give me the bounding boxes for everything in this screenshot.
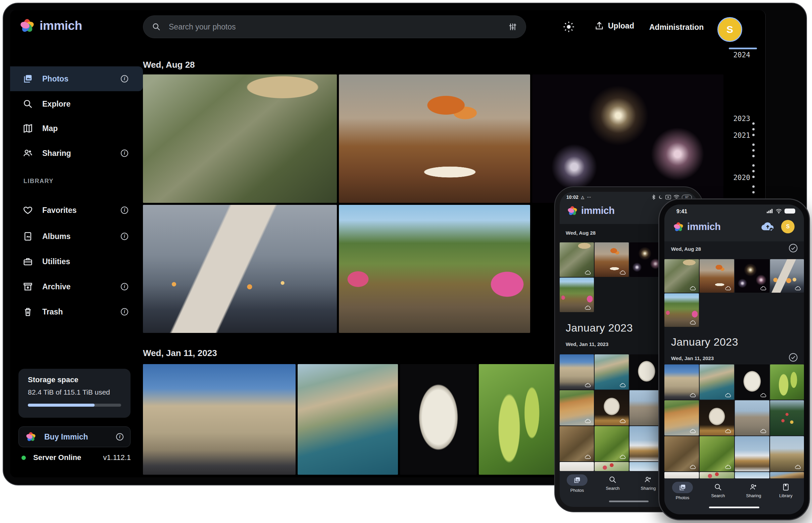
info-icon[interactable]: i — [121, 206, 128, 214]
photo-marble-bust[interactable] — [400, 364, 477, 475]
search-filter-sliders-icon[interactable] — [508, 22, 517, 31]
search-bar[interactable] — [143, 15, 526, 38]
phone2-logo-text: immich — [687, 221, 721, 232]
timeline-year[interactable]: 2023 — [723, 115, 750, 123]
nav-photos[interactable]: Photos — [667, 482, 698, 500]
sidebar-item-favorites[interactable]: Favorites i — [10, 198, 143, 222]
thumb-coast[interactable] — [594, 354, 629, 390]
app-logo[interactable]: immich — [19, 18, 82, 34]
thumb-dinner[interactable] — [699, 259, 734, 293]
timeline-year[interactable]: 2021 — [723, 131, 750, 140]
sidebar-item-photos[interactable]: Photos i — [10, 66, 143, 91]
nav-search[interactable]: Search — [597, 476, 629, 491]
info-icon[interactable]: i — [121, 75, 128, 83]
server-status-row: Server Online v1.112.1 — [21, 453, 131, 462]
sidebar-item-explore[interactable]: Explore — [10, 92, 143, 116]
thumb-dinner[interactable] — [594, 242, 629, 277]
timeline-position-indicator[interactable] — [729, 48, 757, 49]
search-icon — [714, 483, 722, 491]
people-icon — [749, 483, 758, 491]
photo-fireworks[interactable] — [532, 74, 723, 203]
thumb-partial[interactable] — [699, 472, 734, 479]
phone1-logo-text: immich — [581, 205, 615, 216]
thumb-cliff-beach[interactable] — [560, 390, 594, 426]
status-time: 9:41 — [676, 209, 687, 215]
photo-holding-hands[interactable] — [143, 205, 337, 333]
cloud-backup-icon — [795, 286, 801, 291]
thumb-partial[interactable] — [560, 462, 594, 471]
sidebar-item-archive[interactable]: Archive i — [10, 274, 143, 299]
nav-library[interactable]: Library — [770, 483, 802, 498]
select-all-check[interactable] — [789, 353, 798, 362]
theme-toggle-button[interactable] — [563, 21, 574, 33]
info-icon[interactable]: i — [121, 233, 128, 240]
home-indicator[interactable] — [609, 501, 649, 502]
backup-cloud-button[interactable] — [761, 221, 774, 231]
thumb-fireworks[interactable] — [735, 259, 770, 293]
nav-search[interactable]: Search — [702, 483, 734, 498]
user-avatar[interactable]: S — [781, 220, 795, 233]
cloud-backup-icon — [620, 270, 626, 275]
check-circle-icon — [789, 353, 798, 362]
sidebar-item-utilities[interactable]: Utilities — [10, 249, 143, 274]
administration-link[interactable]: Administration — [649, 23, 704, 32]
thumb-sculpture[interactable] — [699, 400, 734, 435]
upload-button[interactable]: Upload — [594, 21, 634, 31]
thumb-partial[interactable] — [770, 472, 804, 479]
sidebar-item-label: Explore — [42, 100, 70, 109]
thumb-lizard-moss[interactable] — [594, 426, 629, 461]
thumb-zoo[interactable] — [664, 259, 699, 293]
album-icon — [23, 231, 33, 241]
sidebar-item-sharing[interactable]: Sharing i — [10, 141, 143, 166]
nav-sharing[interactable]: Sharing — [738, 483, 770, 498]
thumb-coast[interactable] — [699, 364, 734, 400]
thumb-partial[interactable] — [735, 472, 770, 479]
sidebar-item-map[interactable]: Map — [10, 116, 143, 141]
photo-dinner-table[interactable] — [339, 74, 530, 203]
thumb-bust[interactable] — [735, 364, 770, 400]
info-icon[interactable]: i — [116, 433, 123, 440]
sidebar-item-albums[interactable]: Albums i — [10, 224, 143, 249]
thumb-decorated-tree[interactable] — [770, 400, 804, 435]
info-icon[interactable]: i — [121, 308, 128, 315]
thumb-hands[interactable] — [770, 259, 804, 293]
cloud-backup-icon — [760, 286, 767, 291]
home-indicator[interactable] — [709, 507, 759, 508]
thumb-castle-wall[interactable] — [735, 400, 770, 435]
user-avatar[interactable]: S — [718, 17, 742, 42]
thumb-autumn[interactable] — [560, 277, 594, 312]
thumb-partial[interactable] — [664, 472, 699, 479]
photo-fortress-wall[interactable] — [143, 364, 296, 475]
nav-photos[interactable]: Photos — [561, 474, 593, 493]
cloud-backup-icon — [690, 429, 696, 433]
select-all-check[interactable] — [789, 244, 798, 253]
thumb-berries[interactable] — [770, 364, 804, 400]
thumb-bridge[interactable] — [770, 436, 804, 471]
photos-icon — [573, 476, 581, 484]
thumb-lizard[interactable] — [560, 426, 594, 461]
timeline-year[interactable]: 2020 — [723, 174, 750, 182]
thumb-castle[interactable] — [664, 364, 699, 400]
thumb-partial[interactable] — [594, 462, 629, 471]
info-icon[interactable]: i — [121, 149, 128, 157]
thumb-castle[interactable] — [560, 354, 594, 390]
thumb-lizard[interactable] — [664, 436, 699, 471]
sidebar-item-trash[interactable]: Trash i — [10, 300, 143, 324]
photo-green-berries[interactable] — [479, 364, 555, 475]
phone1-status-left: 10:02 △ ⋯ — [566, 195, 591, 200]
photo-zoo-monkeys[interactable] — [143, 74, 337, 203]
search-input[interactable] — [168, 22, 508, 32]
cloud-backup-icon — [620, 455, 626, 459]
ellipsis-icon: ⋯ — [587, 195, 591, 199]
thumb-lizard-moss[interactable] — [699, 436, 734, 471]
timeline-year[interactable]: 2024 — [723, 51, 750, 59]
thumb-autumn[interactable] — [664, 293, 699, 327]
buy-immich-button[interactable]: Buy Immich i — [18, 427, 131, 447]
thumb-cliff-beach[interactable] — [664, 400, 699, 435]
thumb-winter-church[interactable] — [735, 436, 770, 471]
info-icon[interactable]: i — [121, 283, 128, 290]
thumb-zoo[interactable] — [560, 242, 594, 277]
photo-autumn-park[interactable] — [339, 205, 530, 333]
thumb-sculpture[interactable] — [594, 390, 629, 426]
photo-coastal-fort[interactable] — [298, 364, 398, 475]
